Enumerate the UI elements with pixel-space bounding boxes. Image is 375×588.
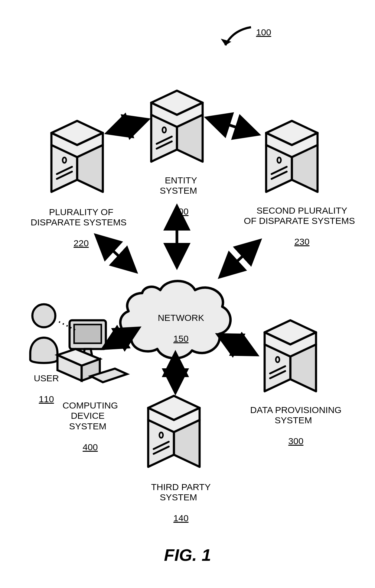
- computing-ref: 400: [83, 442, 98, 452]
- thirdparty-label: THIRD PARTY SYSTEM: [151, 482, 210, 502]
- entity-system-ref: 200: [173, 206, 188, 216]
- computing-device-icon: [57, 320, 127, 382]
- disparate1-label: PLURALITY OF DISPARATE SYSTEMS: [31, 207, 126, 228]
- overall-ref: 100: [256, 27, 271, 37]
- disparate1-ref: 220: [73, 238, 89, 248]
- arrow-entity-disparate1: [112, 119, 148, 131]
- svg-rect-3: [74, 325, 101, 343]
- svg-point-1: [32, 304, 55, 327]
- computing-label: COMPUTING DEVICE SYSTEM: [63, 400, 118, 431]
- third-party-server-icon: [148, 396, 200, 467]
- user-label: USER: [34, 373, 59, 383]
- disparate-systems-server-icon: [51, 121, 103, 192]
- overall-ref-arrow-icon: [221, 27, 251, 45]
- disparate2-label: SECOND PLURALITY OF DISPARATE SYSTEMS: [244, 205, 355, 226]
- disparate2-ref: 230: [294, 237, 309, 247]
- provisioning-ref: 300: [288, 436, 303, 446]
- second-disparate-server-icon: [266, 121, 318, 192]
- provisioning-label: DATA PROVISIONING SYSTEM: [250, 405, 341, 425]
- network-ref: 150: [173, 334, 188, 344]
- data-provisioning-server-icon: [265, 320, 316, 391]
- arrow-entity-disparate2: [212, 119, 259, 134]
- network-label: NETWORK: [158, 313, 204, 323]
- figure-caption: FIG. 1: [145, 545, 230, 565]
- arrow-network-provision: [222, 337, 257, 355]
- entity-system-server-icon: [151, 91, 203, 162]
- user-icon: [30, 304, 57, 363]
- entity-system-label: ENTITY SYSTEM: [160, 175, 197, 196]
- thirdparty-ref: 140: [173, 513, 188, 523]
